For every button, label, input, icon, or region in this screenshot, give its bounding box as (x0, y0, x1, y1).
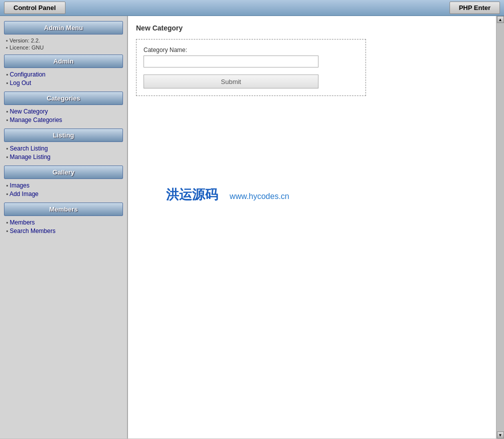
watermark-text: 洪运源码 (166, 187, 218, 202)
category-name-label: Category Name: (144, 46, 358, 54)
content-area: New Category Category Name: Submit 洪运源码 … (128, 16, 496, 438)
php-enter-button[interactable]: PHP Enter (450, 2, 500, 14)
version-label: Version: 2.2. (6, 38, 123, 44)
members-section-btn[interactable]: Members (4, 202, 123, 216)
watermark-url: www.hycodes.cn (230, 192, 289, 200)
scroll-up-arrow[interactable]: ▲ (497, 16, 504, 23)
members-links: Members Search Members (4, 219, 123, 234)
new-category-form: Category Name: Submit (136, 39, 366, 96)
admin-section-btn[interactable]: Admin (4, 54, 123, 68)
scroll-down-arrow[interactable]: ▼ (497, 432, 504, 438)
control-panel-button[interactable]: Control Panel (4, 2, 66, 14)
listing-links: Search Listing Manage Listing (4, 145, 123, 160)
members-link[interactable]: Members (6, 219, 123, 226)
manage-listing-link[interactable]: Manage Listing (6, 154, 123, 160)
admin-links: Configuration Log Out (4, 71, 123, 86)
add-image-link[interactable]: Add Image (6, 190, 123, 198)
new-category-link[interactable]: New Category (6, 108, 123, 115)
main-layout: Admin Menu Version: 2.2. Licence: GNU Ad… (0, 16, 504, 438)
logout-link[interactable]: Log Out (6, 80, 123, 86)
category-name-input[interactable] (144, 56, 318, 68)
manage-categories-link[interactable]: Manage Categories (6, 116, 123, 124)
watermark-container: 洪运源码 www.hycodes.cn (166, 186, 488, 204)
gallery-links: Images Add Image (4, 182, 123, 198)
top-bar: Control Panel PHP Enter (0, 0, 504, 16)
admin-menu-section-btn[interactable]: Admin Menu (4, 21, 123, 34)
configuration-link[interactable]: Configuration (6, 71, 123, 78)
scrollbar-right: ▲ ▼ (496, 16, 504, 438)
search-listing-link[interactable]: Search Listing (6, 145, 123, 152)
sidebar: Admin Menu Version: 2.2. Licence: GNU Ad… (0, 16, 128, 438)
gallery-section-btn[interactable]: Gallery (4, 166, 123, 179)
search-members-link[interactable]: Search Members (6, 228, 123, 234)
licence-label: Licence: GNU (6, 44, 123, 50)
category-name-group: Category Name: (144, 46, 358, 68)
page-title: New Category (136, 24, 488, 32)
listing-section-btn[interactable]: Listing (4, 128, 123, 142)
submit-button[interactable]: Submit (144, 74, 318, 88)
categories-section-btn[interactable]: Categories (4, 92, 123, 105)
sidebar-version-info: Version: 2.2. Licence: GNU (4, 38, 123, 50)
images-link[interactable]: Images (6, 182, 123, 189)
categories-links: New Category Manage Categories (4, 108, 123, 124)
